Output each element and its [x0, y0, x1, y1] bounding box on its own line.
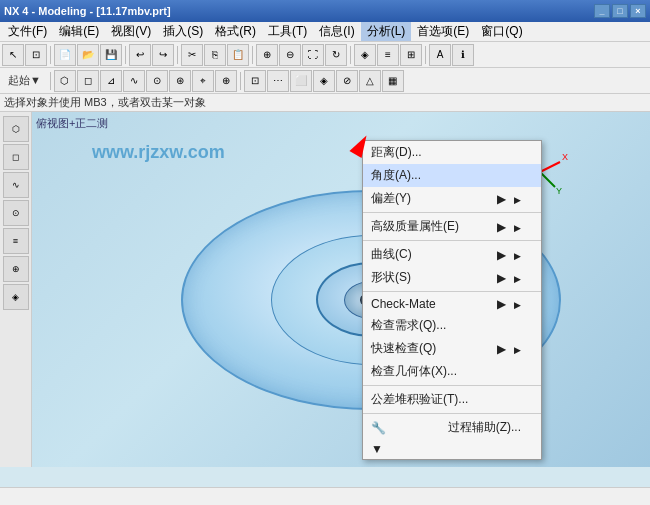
menu-info[interactable]: 信息(I) — [313, 22, 360, 41]
render-button[interactable]: ◈ — [354, 44, 376, 66]
ctx-quickcheck-arrow: ▶ — [497, 342, 521, 356]
maximize-button[interactable]: □ — [612, 4, 628, 18]
menu-edit[interactable]: 编辑(E) — [53, 22, 105, 41]
tb2-btn9[interactable]: ⊡ — [244, 70, 266, 92]
cut-button[interactable]: ✂ — [181, 44, 203, 66]
ctx-shape[interactable]: 形状(S) ▶ — [363, 266, 541, 289]
menu-file[interactable]: 文件(F) — [2, 22, 53, 41]
undo-button[interactable]: ↩ — [129, 44, 151, 66]
tb2-btn10[interactable]: ⋯ — [267, 70, 289, 92]
redo-button[interactable]: ↪ — [152, 44, 174, 66]
minimize-button[interactable]: _ — [594, 4, 610, 18]
ctx-deviation[interactable]: 偏差(Y) ▶ — [363, 187, 541, 210]
context-menu: 距离(D)... 角度(A)... 偏差(Y) ▶ 高级质量属性(E) ▶ 曲线… — [362, 140, 542, 460]
ctx-checkquery-label: 检查需求(Q)... — [371, 317, 446, 334]
ctx-more[interactable]: ▼ — [363, 439, 541, 459]
tb2-btn2[interactable]: ◻ — [77, 70, 99, 92]
ctx-curves[interactable]: 曲线(C) ▶ — [363, 243, 541, 266]
tb2-btn1[interactable]: ⬡ — [54, 70, 76, 92]
side-btn-7[interactable]: ◈ — [3, 284, 29, 310]
ctx-quality[interactable]: 高级质量属性(E) ▶ — [363, 215, 541, 238]
toolbar-separator-3 — [177, 46, 178, 64]
tb2-btn3[interactable]: ⊿ — [100, 70, 122, 92]
layer-button[interactable]: ≡ — [377, 44, 399, 66]
ctx-curves-label: 曲线(C) — [371, 246, 412, 263]
ctx-checkquery[interactable]: 检查需求(Q)... — [363, 314, 541, 337]
svg-line-1 — [540, 172, 555, 187]
open-button[interactable]: 📂 — [77, 44, 99, 66]
zoom-in-button[interactable]: ⊕ — [256, 44, 278, 66]
window-title: NX 4 - Modeling - [11.17mbv.prt] — [4, 5, 594, 17]
tb2-btn5[interactable]: ⊙ — [146, 70, 168, 92]
copy-button[interactable]: ⎘ — [204, 44, 226, 66]
tb2-btn13[interactable]: ⊘ — [336, 70, 358, 92]
tb2-btn7[interactable]: ⌖ — [192, 70, 214, 92]
grid-button[interactable]: ⊞ — [400, 44, 422, 66]
side-btn-6[interactable]: ⊕ — [3, 256, 29, 282]
close-button[interactable]: × — [630, 4, 646, 18]
left-sidebar: ⬡ ◻ ∿ ⊙ ≡ ⊕ ◈ — [0, 112, 32, 467]
paste-button[interactable]: 📋 — [227, 44, 249, 66]
ctx-more-label: ▼ — [371, 442, 383, 456]
ctx-assistant-icon: 🔧 — [371, 421, 386, 435]
ctx-quality-label: 高级质量属性(E) — [371, 218, 459, 235]
tb2-btn8[interactable]: ⊕ — [215, 70, 237, 92]
ctx-shape-label: 形状(S) — [371, 269, 411, 286]
status-message: 选择对象并使用 MB3，或者双击某一对象 — [4, 95, 206, 110]
menu-format[interactable]: 格式(R) — [209, 22, 262, 41]
menu-tools[interactable]: 工具(T) — [262, 22, 313, 41]
bottom-status-bar — [0, 487, 650, 505]
svg-text:X: X — [562, 152, 568, 162]
ctx-tolerance[interactable]: 公差堆积验证(T)... — [363, 388, 541, 411]
ctx-tolerance-label: 公差堆积验证(T)... — [371, 391, 468, 408]
viewport: www.rjzxw.com 俯视图+正二测 X Y Z — [32, 112, 650, 467]
save-button[interactable]: 💾 — [100, 44, 122, 66]
new-button[interactable]: 📄 — [54, 44, 76, 66]
ctx-checkgeo[interactable]: 检查几何体(X)... — [363, 360, 541, 383]
fit-button[interactable]: ⛶ — [302, 44, 324, 66]
ctx-sep-4 — [363, 385, 541, 386]
side-btn-2[interactable]: ◻ — [3, 144, 29, 170]
tb2-btn12[interactable]: ◈ — [313, 70, 335, 92]
ctx-quickcheck[interactable]: 快速检查(Q) ▶ — [363, 337, 541, 360]
ctx-sep-1 — [363, 212, 541, 213]
zoom-out-button[interactable]: ⊖ — [279, 44, 301, 66]
ctx-deviation-label: 偏差(Y) — [371, 190, 411, 207]
tb2-btn4[interactable]: ∿ — [123, 70, 145, 92]
toolbar-separator-8 — [240, 72, 241, 90]
side-btn-3[interactable]: ∿ — [3, 172, 29, 198]
side-btn-5[interactable]: ≡ — [3, 228, 29, 254]
ctx-angle[interactable]: 角度(A)... — [363, 164, 541, 187]
menu-view[interactable]: 视图(V) — [105, 22, 157, 41]
rotate-button[interactable]: ↻ — [325, 44, 347, 66]
ctx-checkmate[interactable]: Check-Mate ▶ — [363, 294, 541, 314]
toolbar-separator-1 — [50, 46, 51, 64]
info-button[interactable]: ℹ — [452, 44, 474, 66]
svg-line-0 — [540, 162, 560, 172]
ctx-assistant[interactable]: 🔧 过程辅助(Z)... — [363, 416, 541, 439]
toolbar-row-1: 📄 📂 💾 ↩ ↪ ✂ ⎘ 📋 ⊕ ⊖ ⛶ ↻ ◈ ≡ ⊞ A ℹ — [0, 42, 650, 68]
ctx-distance[interactable]: 距离(D)... — [363, 141, 541, 164]
ctx-quality-arrow: ▶ — [497, 220, 521, 234]
tb2-btn11[interactable]: ⬜ — [290, 70, 312, 92]
tb2-btn6[interactable]: ⊛ — [169, 70, 191, 92]
menu-insert[interactable]: 插入(S) — [157, 22, 209, 41]
side-btn-1[interactable]: ⬡ — [3, 116, 29, 142]
toolbar-separator-6 — [425, 46, 426, 64]
cursor-tool-button[interactable] — [2, 44, 24, 66]
svg-text:Y: Y — [556, 186, 562, 196]
ctx-curves-arrow: ▶ — [497, 248, 521, 262]
status-bar: 选择对象并使用 MB3，或者双击某一对象 — [0, 94, 650, 112]
tb2-btn14[interactable]: △ — [359, 70, 381, 92]
menu-preferences[interactable]: 首选项(E) — [411, 22, 475, 41]
text-button[interactable]: A — [429, 44, 451, 66]
ctx-sep-5 — [363, 413, 541, 414]
menu-analysis[interactable]: 分析(L) — [361, 22, 412, 41]
side-btn-4[interactable]: ⊙ — [3, 200, 29, 226]
start-label[interactable]: 起始▼ — [2, 73, 47, 88]
select-tool-button[interactable] — [25, 44, 47, 66]
tb2-btn15[interactable]: ▦ — [382, 70, 404, 92]
ctx-checkmate-label: Check-Mate — [371, 297, 436, 311]
ctx-angle-label: 角度(A)... — [371, 167, 421, 184]
menu-window[interactable]: 窗口(Q) — [475, 22, 528, 41]
